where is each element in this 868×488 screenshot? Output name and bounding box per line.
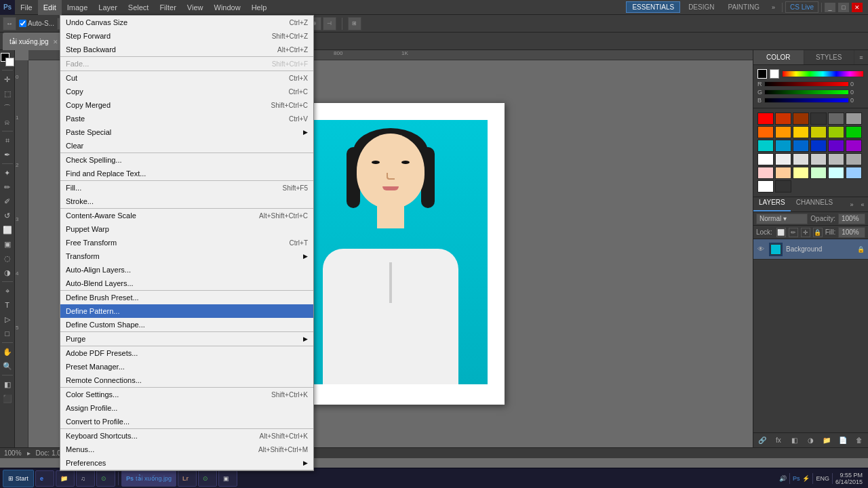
swatch-item[interactable] [757,126,774,138]
menu-menus[interactable]: Menus...Alt+Shift+Ctrl+M [60,443,313,456]
close-btn[interactable]: ✕ [852,3,863,12]
system-tray-ps[interactable]: Ps [793,475,800,482]
foreground-background-colors[interactable] [1,53,14,66]
start-button[interactable]: ⊞ Start [3,470,34,487]
menu-adobe-pdf-presets[interactable]: Adobe PDF Presets... [60,346,313,360]
g-slider[interactable] [764,89,849,95]
menu-view[interactable]: View [182,0,209,15]
quick-mask-btn[interactable]: ◧ [1,378,14,391]
swatch-item[interactable] [828,113,844,125]
bg-color-swatch[interactable] [770,69,779,79]
swatch-item[interactable] [757,140,774,152]
screen-mode-btn[interactable]: ⬛ [1,392,14,405]
menu-step-backward[interactable]: Step BackwardAlt+Ctrl+Z [60,43,313,56]
b-slider[interactable] [764,98,849,103]
layer-visibility-eye[interactable]: 👁 [756,245,766,254]
taskbar-lightroom[interactable]: Lr [178,470,197,487]
panel-options-btn[interactable]: ≡ [854,50,868,64]
swatch-item[interactable] [846,126,862,138]
history-brush-tool[interactable]: ↺ [1,209,14,222]
swatch-item[interactable] [810,126,827,138]
swatch-item[interactable] [793,126,809,138]
r-slider[interactable] [764,81,849,87]
gradient-tool[interactable]: ▣ [1,237,14,251]
brush-tool[interactable]: ✏ [1,180,14,194]
shape-tool[interactable]: □ [1,327,14,340]
swatch-item[interactable] [846,113,862,125]
menu-image[interactable]: Image [62,0,94,15]
color-spectrum[interactable] [782,70,864,77]
fg-color-swatch[interactable] [757,69,767,79]
swatch-item[interactable] [775,153,791,165]
swatch-item[interactable] [828,140,844,152]
menu-paste[interactable]: PasteCtrl+V [60,112,313,125]
swatch-item[interactable] [810,140,827,152]
swatch-item[interactable] [793,167,809,179]
lock-image-btn[interactable]: ✏ [789,228,798,237]
menu-assign-profile[interactable]: Assign Profile... [60,401,313,415]
spot-healing-tool[interactable]: ✦ [1,166,14,180]
auto-select-checkbox[interactable] [19,20,26,27]
new-adjustment-btn[interactable]: ◑ [804,435,818,446]
menu-check-spelling[interactable]: Check Spelling... [60,153,313,167]
menu-convert-profile[interactable]: Convert to Profile... [60,415,313,428]
menu-transform[interactable]: Transform▶ [60,249,313,263]
menu-define-pattern[interactable]: Define Pattern... [60,304,313,318]
taskbar-explorer[interactable]: 📁 [56,470,75,487]
menu-layer[interactable]: Layer [93,0,123,15]
swatch-item[interactable] [846,140,862,152]
menu-color-settings[interactable]: Color Settings...Shift+Ctrl+K [60,388,313,401]
dodge-tool[interactable]: ◑ [1,266,14,279]
blur-tool[interactable]: ◌ [1,251,14,265]
swatch-item[interactable] [793,140,809,152]
swatch-item[interactable] [757,153,774,165]
hand-tool[interactable]: ✋ [1,345,14,359]
swatch-item[interactable] [793,153,809,165]
menu-copy[interactable]: CopyCtrl+C [60,85,313,98]
maximize-btn[interactable]: □ [838,3,849,12]
swatch-item[interactable] [810,167,827,179]
menu-free-transform[interactable]: Free TransformCtrl+T [60,236,313,249]
menu-define-custom-shape[interactable]: Define Custom Shape... [60,318,313,331]
menu-purge[interactable]: Purge▶ [60,332,313,346]
eyedropper-tool[interactable]: ✒ [1,148,14,161]
menu-filter[interactable]: Filter [154,0,181,15]
menu-define-brush[interactable]: Define Brush Preset... [60,291,313,304]
lock-transparent-btn[interactable]: ⬜ [776,228,786,237]
doc-tab[interactable]: tải xuống.jpg ✕ [3,33,66,50]
blend-mode-dropdown[interactable]: Normal ▾ [756,214,808,224]
menu-file[interactable]: File [15,0,38,15]
type-tool[interactable]: T [1,298,14,312]
design-btn[interactable]: DESIGN [683,2,719,12]
add-mask-btn[interactable]: ◧ [787,435,802,446]
swatch-item[interactable] [828,167,844,179]
lasso-tool[interactable]: ⌒ [1,101,14,115]
taskbar-ie[interactable]: e [35,470,54,487]
swatch-item[interactable] [828,126,844,138]
menu-fill[interactable]: Fill...Shift+F5 [60,181,313,195]
cs-live-btn[interactable]: CS Live [785,1,818,13]
menu-stroke[interactable]: Stroke... [60,195,313,208]
menu-remote-connections[interactable]: Remote Connections... [60,373,313,387]
swatch-item[interactable] [757,167,774,179]
link-layers-btn[interactable]: 🔗 [755,435,770,446]
taskbar-windows[interactable]: ▣ [218,470,237,487]
color-panel-tab[interactable]: COLOR [753,50,804,64]
menu-copy-merged[interactable]: Copy MergedShift+Ctrl+C [60,98,313,112]
taskbar-photoshop[interactable]: Ps tải xuống.jpg [121,470,176,487]
layers-tab[interactable]: LAYERS [753,197,791,211]
menu-auto-align[interactable]: Auto-Align Layers... [60,263,313,277]
menu-edit[interactable]: Edit [38,0,62,15]
crop-tool[interactable]: ⌗ [1,134,14,147]
marquee-tool[interactable]: ⬚ [1,87,14,100]
swatch-item[interactable] [775,126,791,138]
lock-all-btn[interactable]: 🔒 [813,228,823,237]
menu-fade[interactable]: Fade...Shift+Ctrl+F [60,57,313,70]
menu-auto-blend[interactable]: Auto-Blend Layers... [60,277,313,290]
menu-find-replace[interactable]: Find and Replace Text... [60,167,313,180]
channels-tab[interactable]: CHANNELS [791,197,838,211]
menu-select[interactable]: Select [123,0,155,15]
zoom-tool[interactable]: 🔍 [1,359,14,373]
layer-item[interactable]: 👁 Background 🔒 [753,239,868,260]
new-layer-btn[interactable]: 📄 [835,435,850,446]
